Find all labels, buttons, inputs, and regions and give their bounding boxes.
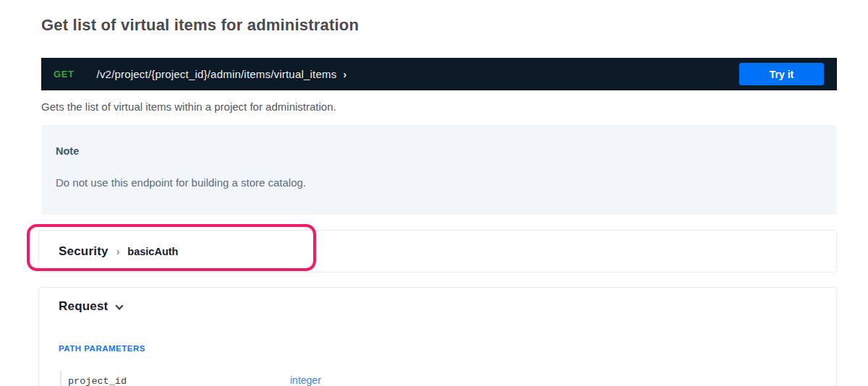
request-section: Request PATH PARAMETERS project_id integ… xyxy=(38,287,837,386)
note-title: Note xyxy=(56,145,822,157)
request-label: Request xyxy=(59,299,108,314)
http-method-badge: GET xyxy=(54,69,75,80)
chevron-down-icon xyxy=(116,301,124,309)
parameter-type: integer xyxy=(290,374,321,386)
tree-guide-line xyxy=(60,371,61,386)
page-title: Get list of virtual items for administra… xyxy=(41,16,359,35)
request-section-toggle[interactable]: Request xyxy=(59,299,122,314)
note-body: Do not use this endpoint for building a … xyxy=(56,176,822,189)
try-it-button[interactable]: Try it xyxy=(739,63,824,85)
chevron-right-icon: › xyxy=(116,246,120,257)
security-section: Security › basicAuth xyxy=(38,230,837,273)
endpoint-path: /v2/project/{project_id}/admin/items/vir… xyxy=(97,68,337,80)
chevron-right-icon[interactable]: › xyxy=(343,68,346,80)
path-parameters-header: PATH PARAMETERS xyxy=(59,344,145,353)
security-scheme-link[interactable]: basicAuth xyxy=(127,246,178,257)
note-callout: Note Do not use this endpoint for buildi… xyxy=(41,125,837,215)
security-label: Security xyxy=(59,244,109,259)
endpoint-description: Gets the list of virtual items within a … xyxy=(41,100,336,113)
endpoint-bar: GET /v2/project/{project_id}/admin/items… xyxy=(41,58,837,90)
parameter-name: project_id xyxy=(68,376,127,386)
